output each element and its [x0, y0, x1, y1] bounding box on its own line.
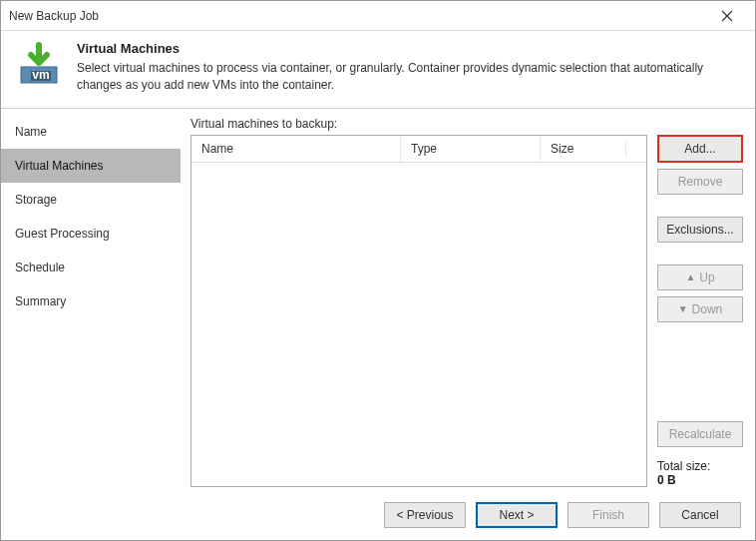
svg-text:vm: vm	[32, 68, 49, 82]
column-size[interactable]: Size	[541, 136, 646, 162]
window-title: New Backup Job	[9, 9, 707, 23]
total-label: Total size:	[657, 459, 710, 473]
sidebar-item-storage[interactable]: Storage	[1, 183, 181, 217]
down-label: Down	[692, 302, 723, 316]
vm-table: Name Type Size	[190, 135, 647, 487]
footer: < Previous Next > Finish Cancel	[1, 487, 755, 541]
next-button[interactable]: Next >	[476, 502, 558, 528]
main-left: Virtual machines to backup: Name Type Si…	[190, 117, 647, 487]
sidebar-item-schedule[interactable]: Schedule	[1, 251, 181, 284]
sidebar-item-summary[interactable]: Summary	[1, 284, 181, 318]
sidebar-item-guest-processing[interactable]: Guest Processing	[1, 217, 181, 251]
header: vm Virtual Machines Select virtual machi…	[1, 31, 755, 108]
cancel-button[interactable]: Cancel	[659, 502, 741, 528]
finish-button: Finish	[567, 502, 649, 528]
add-button[interactable]: Add...	[657, 135, 743, 163]
arrow-up-icon: ▲	[685, 271, 695, 282]
content: Name Virtual Machines Storage Guest Proc…	[1, 108, 755, 487]
table-body[interactable]	[191, 163, 646, 486]
column-type[interactable]: Type	[401, 136, 541, 162]
close-button[interactable]	[707, 2, 747, 30]
down-button: ▼ Down	[657, 296, 743, 322]
sidebar-item-virtual-machines[interactable]: Virtual Machines	[1, 149, 181, 183]
vm-wizard-icon: vm	[15, 41, 63, 89]
previous-button[interactable]: < Previous	[384, 502, 466, 528]
header-text: Virtual Machines Select virtual machines…	[77, 41, 741, 94]
side-buttons: Add... Remove Exclusions... ▲ Up ▼ Down …	[657, 117, 743, 487]
up-label: Up	[699, 270, 714, 284]
up-button: ▲ Up	[657, 265, 743, 290]
table-label: Virtual machines to backup:	[190, 117, 647, 131]
recalculate-button: Recalculate	[657, 421, 743, 447]
arrow-down-icon: ▼	[678, 303, 688, 314]
sidebar-item-name[interactable]: Name	[1, 115, 181, 149]
total-size: Total size: 0 B	[657, 459, 743, 487]
dialog-window: New Backup Job vm Virtual Machines Selec…	[0, 0, 756, 541]
page-description: Select virtual machines to process via c…	[77, 60, 741, 94]
titlebar: New Backup Job	[1, 1, 755, 31]
total-value: 0 B	[657, 473, 676, 487]
exclusions-button[interactable]: Exclusions...	[657, 217, 743, 243]
remove-button: Remove	[657, 169, 743, 195]
wizard-sidebar: Name Virtual Machines Storage Guest Proc…	[1, 108, 181, 487]
main-panel: Virtual machines to backup: Name Type Si…	[181, 108, 755, 487]
column-name[interactable]: Name	[191, 136, 401, 162]
table-header: Name Type Size	[191, 136, 646, 163]
page-heading: Virtual Machines	[77, 41, 741, 56]
close-icon	[721, 10, 733, 22]
